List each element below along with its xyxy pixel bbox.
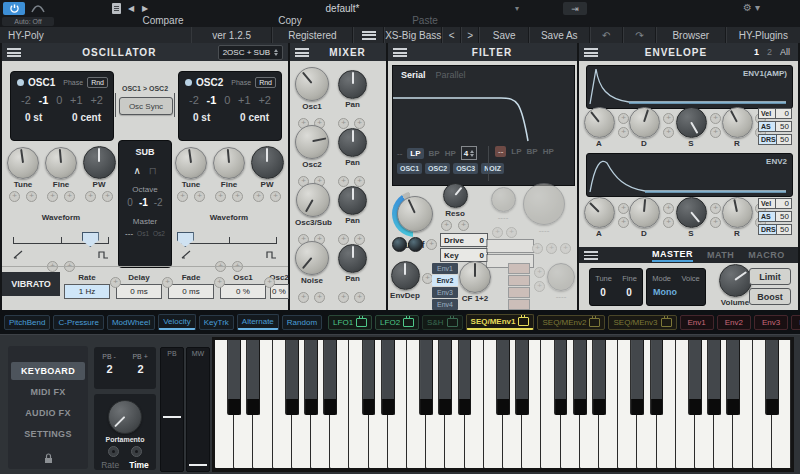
- filter2-hp-option[interactable]: HP: [543, 147, 554, 156]
- env2-decay-knob[interactable]: [629, 197, 660, 228]
- mod-slot-button[interactable]: [546, 243, 557, 254]
- env2-vel-field[interactable]: 0: [775, 198, 792, 209]
- oscillator-menu-icon[interactable]: [7, 48, 21, 57]
- osc2-waveform-slider[interactable]: [181, 232, 277, 248]
- mod-slot-button[interactable]: [534, 267, 545, 278]
- mixer-osc2-level-knob[interactable]: [295, 125, 329, 159]
- mod-slot-button[interactable]: [532, 243, 543, 254]
- preset-file-icon[interactable]: [112, 3, 121, 14]
- vibrato-osc1-field[interactable]: 0 %: [220, 284, 266, 299]
- mod-tab-env2[interactable]: Env2: [717, 315, 751, 330]
- osc1-waveform-slider[interactable]: [13, 232, 109, 248]
- copy-button[interactable]: Copy: [250, 14, 330, 27]
- portamento-time-option[interactable]: Time: [129, 460, 149, 470]
- sidebar-item-audio-fx[interactable]: AUDIO FX: [8, 404, 88, 422]
- mod-tab-seq-menv1[interactable]: SEQ/MEnv1: [466, 314, 535, 330]
- mod-slot-button[interactable]: [314, 292, 325, 303]
- mod-slot-button[interactable]: [426, 239, 437, 250]
- mod-slot-button[interactable]: [214, 277, 225, 288]
- envelope-tab-1[interactable]: 1: [754, 47, 759, 57]
- mod-slot-button[interactable]: [534, 281, 545, 292]
- env2-sustain-knob[interactable]: [676, 197, 707, 228]
- mod-slot-button[interactable]: [663, 127, 674, 138]
- osc1-semitone-value[interactable]: 0 st: [25, 112, 42, 123]
- mod-slot-button[interactable]: [458, 220, 469, 231]
- black-key[interactable]: [381, 340, 395, 415]
- black-key[interactable]: [765, 340, 779, 415]
- cutoff-knob[interactable]: [397, 196, 433, 232]
- mod-slot-button[interactable]: [663, 217, 674, 228]
- env2-as-field[interactable]: 50: [775, 211, 792, 222]
- drive-value[interactable]: 0: [480, 236, 484, 245]
- next-preset-icon[interactable]: ▶: [142, 3, 148, 14]
- env1-as-field[interactable]: 50: [775, 121, 792, 132]
- envelope-menu-icon[interactable]: [584, 48, 598, 57]
- black-key[interactable]: [707, 340, 721, 415]
- env1-decay-knob[interactable]: [629, 107, 660, 138]
- mod-tab-seq-menv2[interactable]: SEQ/MEnv2: [537, 315, 605, 330]
- midi-panic-button[interactable]: ⇥: [563, 2, 587, 15]
- browser-button[interactable]: Browser: [656, 27, 726, 43]
- mod-slot-button[interactable]: [492, 227, 503, 238]
- main-menu-button[interactable]: [353, 27, 384, 43]
- mod-tab-modwheel[interactable]: ModWheel: [107, 315, 155, 330]
- sub-pulse-wave-button[interactable]: ⊓: [149, 165, 157, 176]
- osc2-tune-knob[interactable]: [175, 147, 207, 179]
- black-key[interactable]: [630, 340, 644, 415]
- mod-slot-button[interactable]: [253, 191, 264, 202]
- vibrato-delay-field[interactable]: 0 ms: [116, 284, 162, 299]
- envdep-knob[interactable]: [391, 261, 420, 290]
- vibrato-rate-field[interactable]: 1 Hz: [64, 284, 110, 299]
- mixer-osc1-pan-knob[interactable]: [338, 70, 367, 99]
- tab-macro[interactable]: MACRO: [748, 250, 785, 260]
- mod-tab-alternate[interactable]: Alternate: [237, 314, 279, 330]
- mod-slot-button[interactable]: [26, 191, 37, 202]
- filter1-hp-option[interactable]: HP: [445, 149, 456, 158]
- mod-slot-button[interactable]: [9, 191, 20, 202]
- osc2-phase-mode-button[interactable]: Rnd: [255, 77, 276, 88]
- mixer-menu-icon[interactable]: [295, 48, 309, 57]
- osc1-octave-selector[interactable]: -2-10+1+2: [11, 88, 113, 106]
- black-key[interactable]: [496, 340, 510, 415]
- env1-drs-field[interactable]: 50: [776, 134, 792, 145]
- mod-tab-env4[interactable]: Env4: [791, 315, 800, 330]
- mod-slot-button[interactable]: [232, 191, 243, 202]
- env2-attack-knob[interactable]: [584, 197, 615, 228]
- osc2-octave-selector[interactable]: -2-10+1+2: [179, 88, 281, 106]
- env1-vel-field[interactable]: 0: [775, 108, 792, 119]
- mod-tab-lfo1[interactable]: LFO1: [328, 315, 372, 330]
- mod-tab-env1[interactable]: Env1: [680, 315, 714, 330]
- black-key[interactable]: [246, 340, 260, 415]
- mod-tab-cpressure[interactable]: C-Pressure: [53, 315, 103, 330]
- osc2-pw-knob[interactable]: [251, 146, 284, 179]
- portamento-knob[interactable]: [108, 400, 142, 434]
- mod-slot-button[interactable]: [264, 277, 275, 288]
- sub-triangle-wave-button[interactable]: ∧: [133, 165, 140, 176]
- mod-tab-velocity[interactable]: Velocity: [158, 314, 196, 330]
- black-key[interactable]: [304, 340, 318, 415]
- reso-knob[interactable]: [443, 183, 468, 208]
- mod-tab-seq-menv3[interactable]: SEQ/MEnv3: [608, 315, 676, 330]
- osc1-waveform-handle[interactable]: [82, 232, 99, 247]
- mod-tab-random[interactable]: Random: [282, 315, 322, 330]
- black-key[interactable]: [650, 340, 664, 415]
- mod-slot-button[interactable]: [47, 191, 58, 202]
- black-key[interactable]: [362, 340, 376, 415]
- envelope-tab-all[interactable]: All: [780, 47, 790, 57]
- mixer-osc2-pan-knob[interactable]: [338, 128, 367, 157]
- filter1-off-option[interactable]: --: [397, 149, 402, 158]
- filter-input-noiz-button[interactable]: NOIZ: [481, 163, 504, 174]
- preset-dropdown[interactable]: default* ▾: [160, 2, 525, 15]
- osc1-fine-knob[interactable]: [45, 147, 77, 179]
- host-settings-button[interactable]: ⚙ ▾: [743, 2, 760, 13]
- portamento-rate-radio[interactable]: [108, 446, 119, 457]
- env2-release-knob[interactable]: [722, 197, 753, 228]
- pb-plus-value[interactable]: 2: [137, 363, 143, 375]
- master-volume-knob[interactable]: [719, 264, 752, 297]
- pb-minus-value[interactable]: 2: [106, 363, 112, 375]
- tab-master[interactable]: MASTER: [652, 249, 693, 262]
- black-key[interactable]: [592, 340, 606, 415]
- filter-mini-knob-2[interactable]: [408, 237, 423, 252]
- vibrato-fade-field[interactable]: 0 ms: [168, 284, 214, 299]
- mod-slot-button[interactable]: [298, 292, 309, 303]
